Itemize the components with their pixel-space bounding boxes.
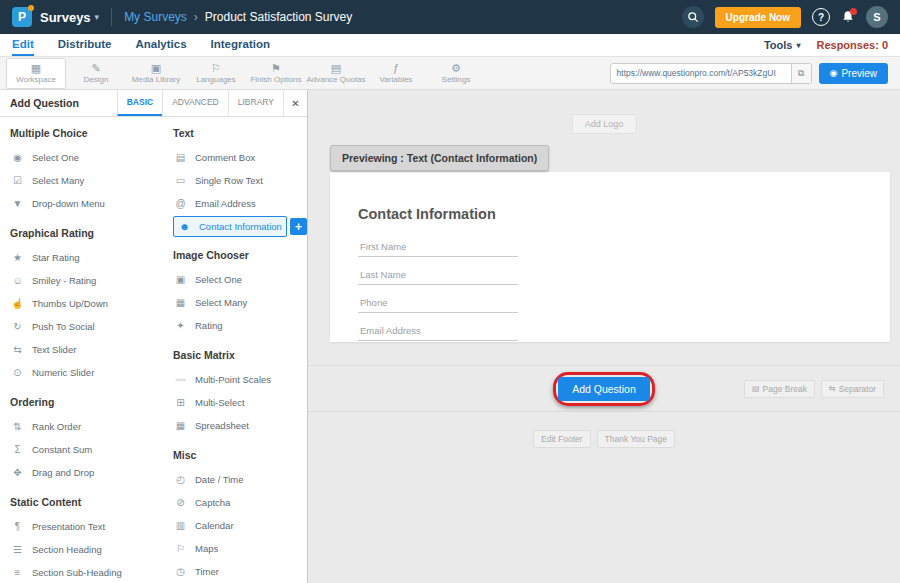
breadcrumb-my-surveys[interactable]: My Surveys [124,10,187,24]
question-type-multi-point-scales[interactable]: ◦◦◦Multi-Point Scales [173,368,307,391]
panel-title: Add Question [0,90,117,116]
survey-canvas: Add Logo Previewing : Text (Contact Info… [308,90,900,583]
panel-tab-advanced[interactable]: ADVANCED [162,90,228,116]
toolbar-item-variables[interactable]: ƒVariables [366,58,426,89]
toolbar-item-design[interactable]: ✎Design [66,58,126,89]
question-type-label: Date / Time [195,474,244,485]
question-type-comment-box[interactable]: ▤Comment Box [173,146,307,169]
question-type-numeric-slider[interactable]: ⊙Numeric Slider [10,361,173,384]
toolbar-item-languages[interactable]: ⚐Languages [186,58,246,89]
help-button[interactable]: ? [812,8,830,26]
annotation-highlight-ring: Add Question [553,372,655,406]
separator-button[interactable]: ⇆ Separator [821,380,884,398]
question-type-text-slider[interactable]: ⇆Text Slider [10,338,173,361]
question-type-timer[interactable]: ◷Timer [173,560,307,583]
single-row-text-icon: ▭ [173,175,188,186]
copy-url-button[interactable]: ⧉ [791,64,811,83]
responses-count[interactable]: Responses: 0 [816,39,888,51]
user-avatar[interactable]: S [866,6,888,28]
tools-menu-button[interactable]: Tools ▾ [764,39,801,51]
toolbar-right: https://www.questionpro.com/t/AP53kZgUI … [610,63,894,84]
header-divider [111,8,112,26]
tab-edit[interactable]: Edit [12,34,34,56]
question-type-label: Spreadsheet [195,420,249,431]
add-contact-information-button[interactable]: + [290,218,307,235]
tab-distribute[interactable]: Distribute [58,34,112,56]
question-type-select-many[interactable]: ▦Select Many [173,291,307,314]
survey-url[interactable]: https://www.questionpro.com/t/AP53kZgUI [611,68,791,78]
question-type-maps[interactable]: ⚐Maps [173,537,307,560]
question-type-date-time[interactable]: ◴Date / Time [173,468,307,491]
question-type-rank-order[interactable]: ⇅Rank Order [10,415,173,438]
question-type-captcha[interactable]: ⊘Captcha [173,491,307,514]
question-type-select-one[interactable]: ▣Select One [173,268,307,291]
question-type-select-one[interactable]: ◉Select One [10,146,173,169]
toolbar-item-settings[interactable]: ⚙Settings [426,58,486,89]
select-one-icon: ▣ [173,274,188,285]
finish-options-icon: ⚑ [271,63,281,74]
questionpro-logo[interactable]: P [12,7,32,27]
numeric-slider-icon: ⊙ [10,367,25,378]
toolbar-item-finish-options[interactable]: ⚑Finish Options [246,58,306,89]
thank-you-page-button[interactable]: Thank You Page [597,430,675,448]
question-type-presentation-text[interactable]: ¶Presentation Text [10,515,173,538]
tab-integration[interactable]: Integration [211,34,270,56]
field-phone[interactable]: Phone [358,294,518,313]
search-icon [687,11,699,23]
notifications-button[interactable] [841,10,855,24]
select-many-icon: ☑ [10,175,25,186]
upgrade-now-button[interactable]: Upgrade Now [715,7,801,28]
question-type-label: Select One [32,152,79,163]
star-rating-icon: ★ [10,252,25,263]
panel-tab-basic[interactable]: BASIC [117,90,162,116]
question-type-spreadsheet[interactable]: ▦Spreadsheet [173,414,307,437]
question-type-label: Drag and Drop [32,467,94,478]
field-last-name[interactable]: Last Name [358,266,518,285]
question-type-drag-and-drop[interactable]: ✥Drag and Drop [10,461,173,484]
question-type-constant-sum[interactable]: ΣConstant Sum [10,438,173,461]
question-type-section-heading[interactable]: ☰Section Heading [10,538,173,561]
search-button[interactable] [682,6,704,28]
toolbar-item-advance-quotas[interactable]: ▤Advance Quotas [306,58,366,89]
question-type-thumbs-up-down[interactable]: ☝Thumbs Up/Down [10,292,173,315]
header-actions: Upgrade Now ? S [682,6,888,28]
toolbar-item-workspace[interactable]: ▦Workspace [6,58,66,89]
rating-icon: ✦ [173,320,188,331]
add-logo-button[interactable]: Add Logo [572,114,637,134]
question-type-section-sub-heading[interactable]: ≡Section Sub-Heading [10,561,173,583]
edit-footer-label: Edit Footer [541,434,583,444]
question-type-select-many[interactable]: ☑Select Many [10,169,173,192]
question-type-push-to-social[interactable]: ↻Push To Social [10,315,173,338]
question-type-email-address[interactable]: @Email Address [173,192,307,215]
close-icon: ✕ [291,98,299,109]
question-type-rating[interactable]: ✦Rating [173,314,307,337]
question-type-star-rating[interactable]: ★Star Rating [10,246,173,269]
product-switcher[interactable]: Surveys ▾ [40,10,99,25]
chevron-down-icon: ▾ [95,12,100,22]
close-panel-button[interactable]: ✕ [283,90,307,116]
design-icon: ✎ [91,63,100,74]
question-type-calendar[interactable]: ▥Calendar [173,514,307,537]
editor-toolbar: ▦Workspace✎Design▣Media Library⚐Language… [0,57,900,90]
preview-button[interactable]: ◉ Preview [819,63,888,84]
tab-analytics[interactable]: Analytics [135,34,186,56]
question-type-label: Presentation Text [32,521,105,532]
group-title-static-content: Static Content [10,496,173,508]
question-type-single-row-text[interactable]: ▭Single Row Text [173,169,307,192]
question-type-contact-information[interactable]: ☻Contact Information [173,216,287,237]
page-break-button[interactable]: ▤ Page Break [744,380,815,398]
question-type-multi-select[interactable]: ⊞Multi-Select [173,391,307,414]
question-type-label: Thumbs Up/Down [32,298,108,309]
add-question-button[interactable]: Add Question [558,377,650,401]
field-first-name[interactable]: First Name [358,238,518,257]
logo-accent-dot [28,5,34,11]
edit-footer-button[interactable]: Edit Footer [533,430,591,448]
question-type-label: Push To Social [32,321,95,332]
breadcrumb-separator: › [194,10,198,24]
panel-tab-library[interactable]: LIBRARY [228,90,283,116]
field-email-address[interactable]: Email Address [358,322,518,341]
toolbar-item-label: Advance Quotas [306,75,365,84]
question-type-drop-down-menu[interactable]: ▼Drop-down Menu [10,192,173,215]
question-type-smiley-rating[interactable]: ☺Smiley - Rating [10,269,173,292]
toolbar-item-media-library[interactable]: ▣Media Library [126,58,186,89]
